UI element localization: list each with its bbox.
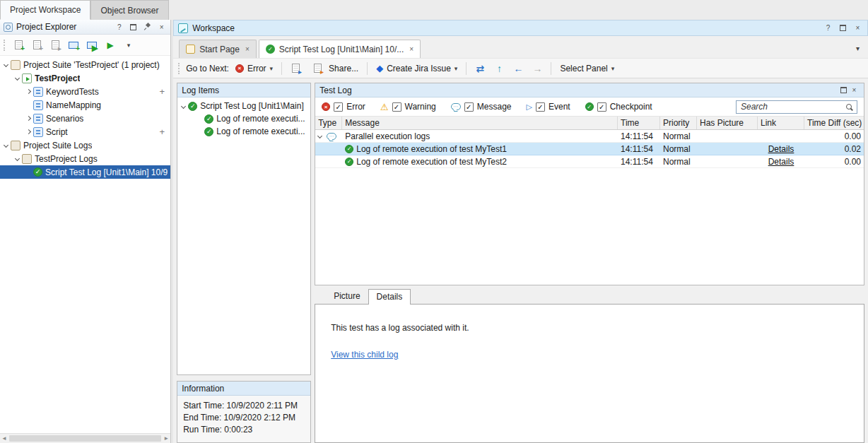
- run-project-icon[interactable]: ▶: [84, 37, 100, 53]
- tree-item-namemapping[interactable]: NameMapping: [0, 98, 170, 112]
- application-window: Project Workspace Object Browser Project…: [0, 0, 868, 443]
- add-new-item-icon[interactable]: +: [11, 37, 26, 53]
- add-script-button[interactable]: +: [160, 126, 168, 137]
- test-log-icon: ✓: [266, 45, 275, 54]
- warning-checkbox[interactable]: ✓: [392, 102, 401, 112]
- log-items-column: Log Items ✓ Script Test Log [Unit1\Main]…: [177, 83, 311, 443]
- run-project-suite-icon[interactable]: ▶: [102, 37, 118, 53]
- log-item-child-1[interactable]: ✓ Log of remote executi...: [177, 112, 310, 125]
- tree-item-keywordtests[interactable]: KeywordTests +: [0, 85, 170, 98]
- tree-item-testproject-logs[interactable]: TestProject Logs: [0, 152, 170, 165]
- maximize-button[interactable]: [838, 85, 849, 95]
- save-log-icon[interactable]: ▸: [288, 61, 303, 76]
- column-header-type[interactable]: Type: [315, 117, 342, 129]
- log-item-child-2[interactable]: ✓ Log of remote executi...: [177, 125, 310, 138]
- horizontal-scrollbar[interactable]: ◄ ►: [0, 433, 170, 443]
- start-time-line: Start Time: 10/9/2020 2:11 PM: [183, 400, 305, 412]
- column-header-priority[interactable]: Priority: [660, 117, 697, 129]
- details-link[interactable]: Details: [768, 157, 794, 167]
- tree-item-scenarios[interactable]: Scenarios: [0, 112, 170, 125]
- table-row-parallel-logs[interactable]: ⋯ Parallel execution logs 14:11:54 Norma…: [315, 130, 864, 143]
- add-new-project-icon[interactable]: +: [66, 37, 81, 53]
- table-row-mytest2[interactable]: ✓ Log of remote execution of test MyTest…: [315, 155, 864, 168]
- chevron-right-icon: [26, 116, 31, 121]
- column-header-message[interactable]: Message: [342, 117, 618, 129]
- select-panel-button[interactable]: Select Panel ▾: [557, 62, 617, 75]
- search-input[interactable]: [737, 102, 864, 112]
- add-existing-item-icon[interactable]: +: [29, 37, 45, 53]
- open-item-icon[interactable]: ▸: [47, 37, 63, 53]
- details-link[interactable]: Details: [768, 144, 794, 154]
- details-pane: This test has a log associated with it. …: [315, 304, 864, 443]
- scrollbar-thumb[interactable]: [9, 435, 161, 442]
- tree-item-script[interactable]: Script +: [0, 125, 170, 138]
- log-item-root[interactable]: ✓ Script Test Log [Unit1\Main]: [177, 100, 310, 112]
- share-icon: ▸: [310, 61, 325, 76]
- tab-project-workspace-label: Project Workspace: [10, 5, 81, 15]
- search-box: [736, 100, 857, 114]
- share-button[interactable]: ▸ Share...: [307, 59, 361, 78]
- message-checkbox[interactable]: ✓: [464, 102, 474, 112]
- help-button[interactable]: ?: [823, 23, 833, 33]
- event-checkbox[interactable]: ✓: [536, 102, 545, 112]
- doc-tab-start-page[interactable]: Start Page ×: [179, 40, 257, 58]
- tab-list-dropdown[interactable]: ▾: [853, 45, 862, 52]
- tab-picture[interactable]: Picture: [326, 289, 368, 304]
- log-items-header: Log Items: [177, 83, 310, 98]
- script-icon: [33, 127, 43, 137]
- pin-button[interactable]: [142, 22, 153, 33]
- create-jira-issue-button[interactable]: ◆ Create Jira Issue ▾: [373, 61, 460, 75]
- separator: [367, 62, 368, 75]
- help-button[interactable]: ?: [114, 22, 124, 33]
- project-explorer-toolbar: + + ▸ + ▶ ▶ ▾: [0, 35, 170, 56]
- view-child-log-link[interactable]: View this child log: [331, 350, 398, 360]
- add-keywordtest-button[interactable]: +: [160, 86, 168, 97]
- table-empty-area: [315, 168, 864, 285]
- tab-object-browser[interactable]: Object Browser: [90, 0, 168, 20]
- tree-item-project-suite[interactable]: Project Suite 'TestProject' (1 project): [0, 58, 170, 71]
- chevron-down-icon: ▾: [454, 65, 458, 72]
- close-button[interactable]: ×: [852, 23, 863, 33]
- doc-tab-script-test-log[interactable]: ✓ Script Test Log [Unit1\Main] 10/... ×: [259, 40, 421, 58]
- tree-item-testproject[interactable]: TestProject: [0, 71, 170, 85]
- rerun-test-icon[interactable]: ⇄: [472, 61, 488, 76]
- checkpoint-checkbox[interactable]: ✓: [597, 102, 606, 112]
- column-header-time-diff[interactable]: Time Diff (sec): [804, 117, 864, 129]
- error-checkbox[interactable]: ✓: [334, 102, 343, 112]
- maximize-button[interactable]: [128, 22, 139, 33]
- search-icon[interactable]: [846, 104, 853, 111]
- filter-message: ⋯ ✓ Message: [451, 102, 512, 112]
- details-text: This test has a log associated with it.: [331, 323, 864, 333]
- close-button[interactable]: ×: [156, 22, 167, 33]
- table-row-mytest1[interactable]: ✓ Log of remote execution of test MyTest…: [315, 143, 864, 155]
- go-to-parent-log-icon[interactable]: ↑: [491, 61, 507, 76]
- information-header: Information: [177, 382, 310, 396]
- back-icon[interactable]: ←: [510, 61, 526, 76]
- column-header-link[interactable]: Link: [758, 117, 804, 129]
- tab-project-workspace[interactable]: Project Workspace: [0, 0, 90, 20]
- test-log-panel: Test Log × × ✓ Error ⚠: [315, 83, 864, 285]
- tree-item-project-suite-logs[interactable]: Project Suite Logs: [0, 138, 170, 152]
- logs-folder-icon: [11, 141, 20, 150]
- close-button[interactable]: ×: [849, 85, 860, 95]
- chevron-down-icon: [4, 143, 8, 148]
- chevron-down-icon: [4, 62, 8, 67]
- tab-details[interactable]: Details: [368, 289, 411, 305]
- information-panel: Information Start Time: 10/9/2020 2:11 P…: [177, 381, 311, 443]
- go-to-next-error-button[interactable]: × Error ▾: [233, 62, 276, 75]
- chevron-down-icon[interactable]: [317, 134, 322, 138]
- filter-warning: ⚠ ✓ Warning: [380, 102, 436, 112]
- run-options-dropdown[interactable]: ▾: [121, 37, 136, 53]
- information-body: Start Time: 10/9/2020 2:11 PM End Time: …: [177, 396, 310, 442]
- close-tab-icon[interactable]: ×: [245, 45, 250, 53]
- scroll-left-icon[interactable]: ◄: [1, 435, 7, 442]
- maximize-button[interactable]: [838, 23, 848, 33]
- forward-icon[interactable]: →: [529, 61, 545, 76]
- column-header-has-picture[interactable]: Has Picture: [697, 117, 758, 129]
- column-header-time[interactable]: Time: [618, 117, 660, 129]
- run-time-line: Run Time: 0:00:23: [183, 424, 305, 436]
- close-tab-icon[interactable]: ×: [409, 45, 414, 53]
- separator: [466, 62, 467, 75]
- scroll-right-icon[interactable]: ►: [163, 435, 169, 442]
- tree-item-script-test-log[interactable]: ✓ Script Test Log [Unit1\Main] 10/9: [0, 165, 170, 179]
